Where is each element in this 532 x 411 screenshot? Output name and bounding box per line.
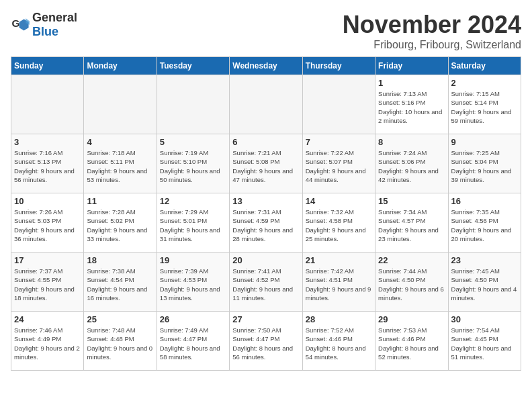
- logo-text: General Blue: [32, 11, 77, 39]
- calendar-cell: 26Sunrise: 7:49 AM Sunset: 4:47 PM Dayli…: [157, 312, 229, 371]
- day-number: 7: [306, 137, 372, 147]
- header-day-tuesday: Tuesday: [157, 57, 229, 75]
- day-number: 19: [160, 255, 226, 265]
- day-info: Sunrise: 7:18 AM Sunset: 5:11 PM Dayligh…: [87, 148, 153, 184]
- week-row-1: 1Sunrise: 7:13 AM Sunset: 5:16 PM Daylig…: [11, 75, 521, 134]
- day-number: 6: [232, 137, 299, 147]
- logo: G General Blue: [11, 11, 77, 39]
- calendar-cell: 30Sunrise: 7:54 AM Sunset: 4:45 PM Dayli…: [448, 312, 521, 371]
- day-number: 4: [87, 137, 153, 147]
- header: G General Blue November 2024 Fribourg, F…: [11, 11, 521, 51]
- header-day-friday: Friday: [375, 57, 448, 75]
- day-number: 10: [14, 196, 81, 206]
- header-day-thursday: Thursday: [302, 57, 375, 75]
- calendar-cell: 5Sunrise: 7:19 AM Sunset: 5:10 PM Daylig…: [157, 134, 229, 193]
- calendar-cell: 29Sunrise: 7:53 AM Sunset: 4:46 PM Dayli…: [375, 312, 448, 371]
- day-info: Sunrise: 7:26 AM Sunset: 5:03 PM Dayligh…: [14, 208, 81, 243]
- calendar-cell: [84, 75, 157, 134]
- header-row: SundayMondayTuesdayWednesdayThursdayFrid…: [11, 57, 521, 75]
- calendar-cell: 25Sunrise: 7:48 AM Sunset: 4:48 PM Dayli…: [84, 312, 157, 371]
- calendar-cell: 14Sunrise: 7:32 AM Sunset: 4:58 PM Dayli…: [302, 193, 375, 253]
- day-info: Sunrise: 7:19 AM Sunset: 5:10 PM Dayligh…: [160, 148, 226, 184]
- day-info: Sunrise: 7:21 AM Sunset: 5:08 PM Dayligh…: [232, 148, 299, 184]
- day-info: Sunrise: 7:39 AM Sunset: 4:53 PM Dayligh…: [160, 267, 226, 302]
- day-number: 15: [378, 196, 445, 206]
- day-number: 9: [451, 137, 518, 147]
- day-info: Sunrise: 7:35 AM Sunset: 4:56 PM Dayligh…: [451, 208, 518, 243]
- calendar-cell: 2Sunrise: 7:15 AM Sunset: 5:14 PM Daylig…: [448, 75, 521, 134]
- day-number: 20: [232, 255, 299, 265]
- calendar-cell: 20Sunrise: 7:41 AM Sunset: 4:52 PM Dayli…: [230, 253, 302, 312]
- calendar-cell: [11, 75, 84, 134]
- day-info: Sunrise: 7:48 AM Sunset: 4:48 PM Dayligh…: [87, 326, 153, 361]
- day-number: 11: [87, 196, 153, 206]
- calendar-cell: [230, 75, 302, 134]
- day-number: 5: [160, 137, 226, 147]
- calendar-cell: 12Sunrise: 7:29 AM Sunset: 5:01 PM Dayli…: [157, 193, 229, 253]
- day-info: Sunrise: 7:37 AM Sunset: 4:55 PM Dayligh…: [14, 267, 81, 302]
- calendar-cell: 24Sunrise: 7:46 AM Sunset: 4:49 PM Dayli…: [11, 312, 84, 371]
- calendar-cell: 7Sunrise: 7:22 AM Sunset: 5:07 PM Daylig…: [302, 134, 375, 193]
- day-number: 13: [232, 196, 299, 206]
- calendar-cell: 13Sunrise: 7:31 AM Sunset: 4:59 PM Dayli…: [230, 193, 302, 253]
- day-number: 12: [160, 196, 226, 206]
- day-number: 14: [306, 196, 372, 206]
- day-info: Sunrise: 7:29 AM Sunset: 5:01 PM Dayligh…: [160, 208, 226, 243]
- calendar-cell: [302, 75, 375, 134]
- day-number: 1: [378, 78, 445, 88]
- calendar-cell: 23Sunrise: 7:45 AM Sunset: 4:50 PM Dayli…: [448, 253, 521, 312]
- day-info: Sunrise: 7:13 AM Sunset: 5:16 PM Dayligh…: [378, 89, 445, 125]
- day-info: Sunrise: 7:16 AM Sunset: 5:13 PM Dayligh…: [14, 148, 81, 184]
- week-row-2: 3Sunrise: 7:16 AM Sunset: 5:13 PM Daylig…: [11, 134, 521, 193]
- calendar-cell: 22Sunrise: 7:44 AM Sunset: 4:50 PM Dayli…: [375, 253, 448, 312]
- calendar-table: SundayMondayTuesdayWednesdayThursdayFrid…: [11, 56, 521, 371]
- day-number: 22: [378, 255, 445, 265]
- day-number: 25: [87, 314, 153, 324]
- logo-blue: Blue: [32, 25, 58, 38]
- day-info: Sunrise: 7:15 AM Sunset: 5:14 PM Dayligh…: [451, 89, 518, 125]
- day-info: Sunrise: 7:32 AM Sunset: 4:58 PM Dayligh…: [306, 208, 372, 243]
- week-row-3: 10Sunrise: 7:26 AM Sunset: 5:03 PM Dayli…: [11, 193, 521, 253]
- day-info: Sunrise: 7:38 AM Sunset: 4:54 PM Dayligh…: [87, 267, 153, 302]
- day-info: Sunrise: 7:52 AM Sunset: 4:46 PM Dayligh…: [306, 326, 372, 361]
- svg-text:G: G: [11, 17, 19, 29]
- calendar-cell: 17Sunrise: 7:37 AM Sunset: 4:55 PM Dayli…: [11, 253, 84, 312]
- day-info: Sunrise: 7:54 AM Sunset: 4:45 PM Dayligh…: [451, 326, 518, 361]
- calendar-cell: 6Sunrise: 7:21 AM Sunset: 5:08 PM Daylig…: [230, 134, 302, 193]
- calendar-cell: 18Sunrise: 7:38 AM Sunset: 4:54 PM Dayli…: [84, 253, 157, 312]
- day-info: Sunrise: 7:50 AM Sunset: 4:47 PM Dayligh…: [232, 326, 299, 361]
- calendar-cell: 1Sunrise: 7:13 AM Sunset: 5:16 PM Daylig…: [375, 75, 448, 134]
- header-day-sunday: Sunday: [11, 57, 84, 75]
- day-info: Sunrise: 7:49 AM Sunset: 4:47 PM Dayligh…: [160, 326, 226, 361]
- week-row-4: 17Sunrise: 7:37 AM Sunset: 4:55 PM Dayli…: [11, 253, 521, 312]
- header-day-saturday: Saturday: [448, 57, 521, 75]
- day-info: Sunrise: 7:31 AM Sunset: 4:59 PM Dayligh…: [232, 208, 299, 243]
- title-section: November 2024 Fribourg, Fribourg, Switze…: [343, 11, 521, 51]
- day-number: 3: [14, 137, 81, 147]
- calendar-cell: [157, 75, 229, 134]
- logo-icon: G: [11, 15, 30, 34]
- day-number: 30: [451, 314, 518, 324]
- header-day-wednesday: Wednesday: [230, 57, 302, 75]
- calendar-cell: 27Sunrise: 7:50 AM Sunset: 4:47 PM Dayli…: [230, 312, 302, 371]
- day-number: 28: [306, 314, 372, 324]
- calendar-cell: 10Sunrise: 7:26 AM Sunset: 5:03 PM Dayli…: [11, 193, 84, 253]
- week-row-5: 24Sunrise: 7:46 AM Sunset: 4:49 PM Dayli…: [11, 312, 521, 371]
- header-day-monday: Monday: [84, 57, 157, 75]
- day-number: 24: [14, 314, 81, 324]
- calendar-cell: 3Sunrise: 7:16 AM Sunset: 5:13 PM Daylig…: [11, 134, 84, 193]
- day-number: 16: [451, 196, 518, 206]
- calendar-cell: 11Sunrise: 7:28 AM Sunset: 5:02 PM Dayli…: [84, 193, 157, 253]
- day-info: Sunrise: 7:41 AM Sunset: 4:52 PM Dayligh…: [232, 267, 299, 302]
- calendar-cell: 19Sunrise: 7:39 AM Sunset: 4:53 PM Dayli…: [157, 253, 229, 312]
- day-info: Sunrise: 7:24 AM Sunset: 5:06 PM Dayligh…: [378, 148, 445, 184]
- day-number: 17: [14, 255, 81, 265]
- day-info: Sunrise: 7:53 AM Sunset: 4:46 PM Dayligh…: [378, 326, 445, 361]
- month-title: November 2024: [343, 11, 521, 39]
- calendar-cell: 28Sunrise: 7:52 AM Sunset: 4:46 PM Dayli…: [302, 312, 375, 371]
- day-info: Sunrise: 7:46 AM Sunset: 4:49 PM Dayligh…: [14, 326, 81, 361]
- day-number: 29: [378, 314, 445, 324]
- day-number: 8: [378, 137, 445, 147]
- day-info: Sunrise: 7:44 AM Sunset: 4:50 PM Dayligh…: [378, 267, 445, 302]
- day-info: Sunrise: 7:22 AM Sunset: 5:07 PM Dayligh…: [306, 148, 372, 184]
